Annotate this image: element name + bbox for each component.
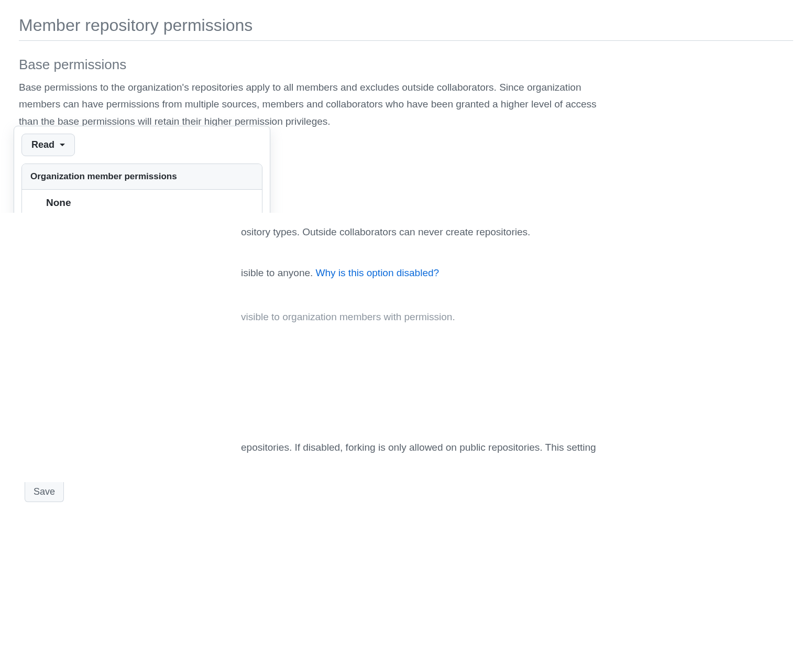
option-title: None — [46, 197, 254, 209]
page-title: Member repository permissions — [19, 16, 793, 41]
dropdown-button-label: Read — [31, 139, 54, 150]
permission-option-none[interactable]: None Members will only be able to clone … — [22, 190, 262, 213]
check-column — [30, 197, 46, 213]
dropdown-header: Organization member permissions — [22, 164, 262, 190]
option-description: Members will only be able to clone and p… — [46, 211, 254, 213]
base-permissions-heading: Base permissions — [19, 57, 793, 73]
permission-dropdown-button[interactable]: Read — [21, 134, 75, 156]
caret-down-icon — [60, 144, 65, 146]
permission-dropdown-panel: Read Organization member permissions Non… — [14, 126, 270, 213]
permission-dropdown-menu: Organization member permissions None Mem… — [21, 164, 262, 213]
base-permissions-description: Base permissions to the organization's r… — [19, 79, 616, 130]
